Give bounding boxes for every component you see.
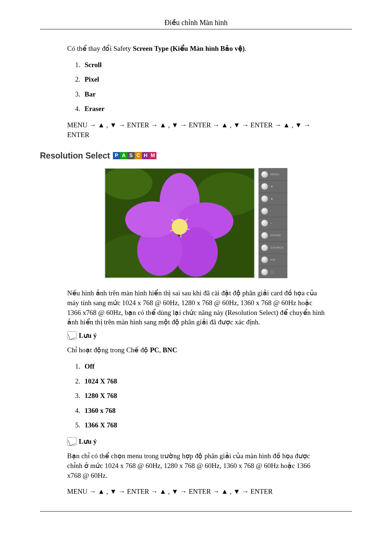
section-heading-resolution-select: Resolution Select P A S C H M bbox=[40, 150, 325, 161]
option-1366: 1366 X 768 bbox=[85, 421, 117, 429]
button-icon bbox=[261, 232, 268, 239]
note-icon bbox=[67, 437, 77, 446]
list-item: 2.1024 X 768 bbox=[75, 377, 325, 386]
badge-m: M bbox=[149, 152, 156, 159]
note-2: Lưu ý bbox=[67, 437, 325, 447]
note-icon bbox=[67, 331, 77, 340]
option-1024: 1024 X 768 bbox=[85, 377, 117, 385]
panel-label: PIP bbox=[270, 258, 275, 262]
mode-badges: P A S C H M bbox=[113, 152, 156, 159]
menu-navigation-2: MENU → ▲ , ▼ → ENTER → ▲ , ▼ → ENTER → ▲… bbox=[67, 487, 325, 497]
option-bar: Bar bbox=[85, 90, 96, 98]
button-icon bbox=[261, 208, 268, 215]
top-rule bbox=[40, 29, 352, 29]
button-icon bbox=[261, 171, 268, 178]
intro-text: Có thể thay đổi Safety Screen Type (Kiểu… bbox=[67, 44, 325, 54]
intro-bold: Screen Type (Kiểu Màn hình Bảo vệ) bbox=[133, 45, 245, 52]
panel-label: ▼ bbox=[270, 185, 273, 189]
note-1: Lưu ý bbox=[67, 331, 325, 341]
menu-navigation-1: MENU → ▲ , ▼ → ENTER → ▲ , ▼ → ENTER → ▲… bbox=[67, 120, 325, 140]
panel-btn-plus[interactable]: + bbox=[259, 217, 287, 230]
preview-image-flower bbox=[105, 168, 255, 278]
note-1-text: Chỉ hoạt động trong Chế độ PC, BNC bbox=[67, 345, 325, 355]
option-eraser: Eraser bbox=[85, 105, 105, 112]
resolution-paragraph: Nếu hình ảnh trên màn hình hiển thị sai … bbox=[67, 288, 325, 327]
list-item: 4.Eraser bbox=[75, 104, 325, 114]
panel-btn-source[interactable]: SOURCE bbox=[259, 242, 287, 254]
badge-a: A bbox=[120, 152, 127, 159]
button-icon bbox=[261, 268, 268, 276]
list-item: 1.Scroll bbox=[75, 60, 325, 70]
option-pixel: Pixel bbox=[85, 75, 99, 83]
list-item: 4.1360 x 768 bbox=[75, 406, 325, 416]
badge-s: S bbox=[127, 152, 135, 159]
list-item: 5.1366 X 768 bbox=[75, 420, 325, 430]
panel-btn-minus[interactable]: - bbox=[259, 205, 287, 217]
intro-suffix: . bbox=[245, 45, 246, 52]
note-label: Lưu ý bbox=[79, 331, 97, 341]
panel-label: + bbox=[270, 221, 272, 225]
panel-btn-pip[interactable]: PIP bbox=[259, 254, 287, 266]
panel-label: ◯ bbox=[270, 270, 274, 274]
page-header: Điều chỉnh Màn hình bbox=[40, 18, 352, 27]
list-item: 2.Pixel bbox=[75, 75, 325, 85]
badge-h: H bbox=[142, 152, 149, 159]
panel-label: MENU bbox=[270, 172, 279, 176]
monitor-button-panel: MENU ▼ ▲ - + ENTER SOURCE PIP ◯ bbox=[258, 168, 287, 278]
note-label: Lưu ý bbox=[79, 437, 97, 447]
safety-options-list: 1.Scroll 2.Pixel 3.Bar 4.Eraser bbox=[67, 60, 325, 114]
figure-row: MENU ▼ ▲ - + ENTER SOURCE PIP ◯ bbox=[67, 168, 325, 278]
option-1280: 1280 X 768 bbox=[85, 392, 117, 399]
intro-prefix: Có thể thay đổi Safety bbox=[67, 45, 133, 52]
panel-btn-power[interactable]: ◯ bbox=[259, 266, 287, 278]
panel-label: ▲ bbox=[270, 197, 273, 201]
panel-label: ENTER bbox=[270, 233, 281, 237]
resolution-options-list: 1.Off 2.1024 X 768 3.1280 X 768 4.1360 x… bbox=[67, 362, 325, 430]
option-1360: 1360 x 768 bbox=[85, 407, 116, 414]
button-icon bbox=[261, 195, 268, 202]
note1-prefix: Chỉ hoạt động trong Chế độ bbox=[67, 346, 150, 354]
note1-mid: , bbox=[159, 346, 163, 354]
panel-btn-up[interactable]: ▲ bbox=[259, 193, 287, 205]
panel-label: SOURCE bbox=[270, 246, 283, 250]
panel-label: - bbox=[270, 209, 271, 213]
option-off: Off bbox=[85, 362, 94, 370]
bottom-rule bbox=[40, 511, 352, 512]
button-icon bbox=[261, 219, 268, 227]
note1-bnc: BNC bbox=[163, 346, 177, 354]
button-icon bbox=[261, 256, 268, 263]
list-item: 3.Bar bbox=[75, 90, 325, 99]
note-2-text: Bạn chỉ có thể chọn menu trong trường hợ… bbox=[67, 451, 325, 480]
badge-c: C bbox=[135, 152, 142, 159]
panel-btn-menu[interactable]: MENU bbox=[259, 168, 287, 181]
option-scroll: Scroll bbox=[85, 61, 102, 69]
panel-btn-enter[interactable]: ENTER bbox=[259, 230, 287, 242]
badge-p: P bbox=[113, 152, 120, 159]
panel-btn-down[interactable]: ▼ bbox=[259, 181, 287, 193]
section-title: Resolution Select bbox=[40, 150, 110, 161]
list-item: 3.1280 X 768 bbox=[75, 391, 325, 401]
note1-pc: PC bbox=[150, 346, 159, 354]
list-item: 1.Off bbox=[75, 362, 325, 372]
button-icon bbox=[261, 244, 268, 251]
button-icon bbox=[261, 183, 268, 190]
svg-point-8 bbox=[125, 201, 180, 238]
